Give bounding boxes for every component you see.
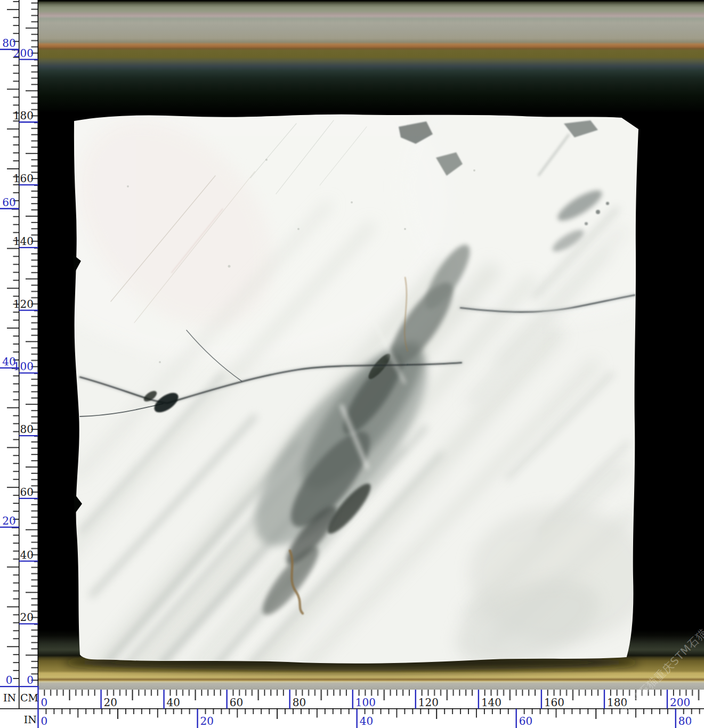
ruler-label: 160 <box>13 172 34 185</box>
unit-label-in-row2: IN <box>24 714 37 725</box>
ruler-label: 80 <box>20 423 34 436</box>
ruler-label: 120 <box>13 298 34 310</box>
measurement-rulers: 200 180 160 140 120 100 80 60 40 20 0 80… <box>0 0 704 728</box>
ruler-label: 60 <box>519 715 532 727</box>
ruler-label: 100 <box>355 696 376 709</box>
ruler-label: 100 <box>13 360 34 373</box>
ruler-label: 140 <box>13 235 34 248</box>
unit-label-in: IN <box>3 692 16 704</box>
ruler-label: 60 <box>2 196 15 209</box>
vertical-cm-ticks <box>19 0 38 686</box>
ruler-label: 20 <box>2 514 15 527</box>
ruler-label: 60 <box>20 486 34 498</box>
ruler-label: 200 <box>670 696 690 709</box>
ruler-label: 140 <box>481 696 501 709</box>
ruler-label: 0 <box>41 696 48 709</box>
ruler-label: 0 <box>6 674 13 686</box>
ruler-label: 80 <box>2 37 15 50</box>
ruler-label: 200 <box>13 47 34 60</box>
ruler-label: 0 <box>27 674 34 686</box>
vertical-in-ticks <box>0 0 19 686</box>
ruler-borders <box>0 0 704 709</box>
ruler-label: 40 <box>2 355 15 368</box>
ruler-label: 40 <box>20 549 34 561</box>
ruler-label: 20 <box>200 715 214 727</box>
ruler-label: 120 <box>418 696 439 709</box>
ruler-label: 180 <box>13 109 34 122</box>
blue-marks <box>0 50 676 728</box>
ruler-label: 80 <box>293 696 306 709</box>
ruler-label: 80 <box>678 715 692 727</box>
ruler-label: 60 <box>230 696 243 709</box>
ruler-label: 180 <box>607 696 627 709</box>
ruler-label: 160 <box>544 696 564 709</box>
unit-label-cm: CM <box>20 692 38 704</box>
scan-viewport: 200 180 160 140 120 100 80 60 40 20 0 80… <box>0 0 704 728</box>
ruler-label: 20 <box>104 696 117 709</box>
ruler-label: 0 <box>41 715 48 727</box>
ruler-label: 20 <box>20 611 34 624</box>
ruler-label: 40 <box>360 715 373 727</box>
ruler-label: 40 <box>167 696 180 709</box>
